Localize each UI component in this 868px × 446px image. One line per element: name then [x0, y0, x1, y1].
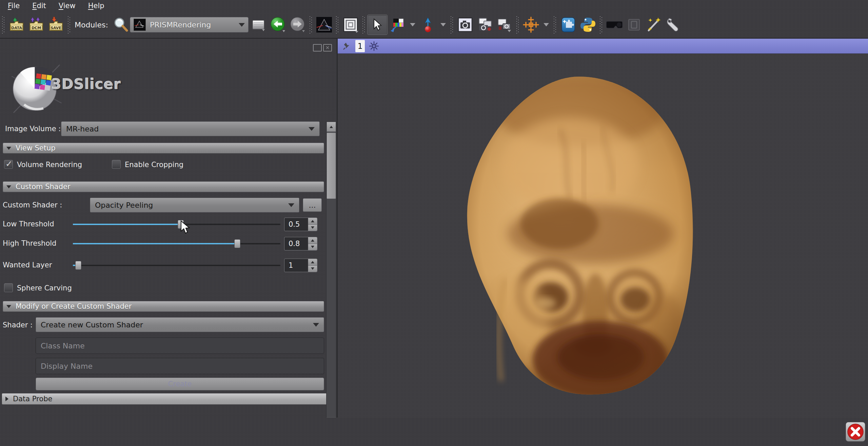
module-panel: ✕ 3DSlicer Image Volume : MR-head View S…	[0, 39, 338, 418]
wanted-layer-label: Wanted Layer	[3, 261, 52, 269]
shader-value: Create new Custom Shader	[41, 321, 143, 329]
python-console-button[interactable]	[578, 15, 598, 35]
low-threshold-slider[interactable]	[73, 224, 280, 225]
panel-undock-icon[interactable]	[313, 44, 322, 52]
close-application-button[interactable]	[846, 422, 865, 442]
section-title: Modify or Create Custom Shader	[16, 302, 132, 310]
section-view-setup[interactable]: View Setup	[3, 143, 324, 154]
crosshair-dropdown-icon[interactable]	[544, 23, 549, 26]
section-data-probe[interactable]: Data Probe	[2, 393, 335, 405]
screenshot-button[interactable]	[455, 15, 475, 35]
svg-text:SAVE: SAVE	[51, 26, 61, 30]
module-history-button[interactable]	[249, 15, 268, 35]
display-name-input[interactable]	[36, 358, 324, 374]
panel-scrollbar[interactable]	[326, 121, 336, 428]
render-view[interactable]	[338, 54, 868, 418]
window-level-button[interactable]	[388, 15, 407, 35]
shader-combo[interactable]: Create new Custom Shader	[36, 317, 324, 332]
shader-options-button[interactable]: ...	[303, 198, 322, 212]
spin-down-button[interactable]	[308, 265, 317, 272]
image-volume-label: Image Volume :	[5, 125, 61, 133]
prism-module-button[interactable]	[314, 15, 334, 35]
module-forward-button[interactable]	[288, 15, 308, 35]
chevron-down-icon	[288, 203, 294, 207]
module-search-button[interactable]	[112, 15, 130, 35]
toolbar-drag-handle[interactable]	[362, 16, 366, 34]
pin-icon[interactable]	[342, 42, 351, 50]
enable-cropping-checkbox[interactable]	[112, 160, 121, 169]
wanted-layer-slider[interactable]	[73, 265, 280, 266]
load-data-button[interactable]: DATA	[7, 15, 26, 35]
toolbar-drag-handle[interactable]	[450, 16, 454, 34]
toolbar-drag-handle[interactable]	[516, 16, 520, 34]
collapse-triangle-icon	[6, 185, 11, 188]
scroll-up-button[interactable]	[327, 122, 336, 132]
menu-edit[interactable]: Edit	[32, 2, 46, 10]
class-name-input[interactable]	[36, 338, 324, 354]
place-markups-dropdown-icon[interactable]	[440, 23, 446, 26]
scene-views-icon	[476, 16, 493, 33]
toolbar-drag-handle[interactable]	[67, 16, 71, 34]
module-back-button[interactable]	[268, 15, 288, 35]
shader-label: Shader :	[3, 321, 33, 329]
high-threshold-value[interactable]: 0.8	[284, 237, 308, 250]
application-settings-button[interactable]	[664, 15, 683, 35]
modules-label: Modules:	[75, 21, 108, 29]
slider-handle[interactable]	[75, 261, 81, 270]
scene-views-button[interactable]	[475, 15, 495, 35]
toolbar-drag-handle[interactable]	[309, 16, 313, 34]
menu-help[interactable]: Help	[88, 2, 104, 10]
sphere-carving-checkbox[interactable]	[4, 283, 13, 292]
wanted-layer-spinbox[interactable]: 1	[284, 259, 317, 272]
spin-up-button[interactable]	[308, 259, 317, 265]
save-data-button[interactable]: SAVE	[46, 15, 66, 35]
cursor-icon	[371, 18, 384, 32]
back-arrow-icon	[270, 16, 287, 33]
toolbar-drag-handle[interactable]	[335, 16, 339, 34]
menu-view[interactable]: View	[59, 2, 76, 10]
slider-fill	[73, 265, 75, 266]
window-level-dropdown-icon[interactable]	[410, 23, 415, 26]
toolbar-drag-handle[interactable]	[1, 16, 5, 34]
extension-wizard-button[interactable]	[644, 15, 664, 35]
toolbar-drag-handle[interactable]	[599, 16, 603, 34]
slider-handle[interactable]	[234, 239, 240, 248]
volume-rendered-head	[458, 75, 700, 395]
image-volume-combo[interactable]: MR-head	[61, 121, 320, 136]
virtual-reality-icon	[606, 16, 623, 34]
low-threshold-value[interactable]: 0.5	[284, 218, 308, 231]
threed-viewport[interactable]: 1	[338, 39, 868, 418]
crosshair-button[interactable]	[521, 15, 541, 35]
layout-selector-button[interactable]	[341, 15, 360, 35]
app-title: 3DSlicer	[52, 76, 121, 93]
section-modify-shader[interactable]: Modify or Create Custom Shader	[3, 301, 324, 312]
view-controls-button[interactable]	[624, 15, 644, 35]
module-selector-combo[interactable]: PRISMRendering	[130, 17, 249, 33]
wanted-layer-value[interactable]: 1	[284, 259, 308, 272]
low-threshold-spinbox[interactable]: 0.5	[284, 218, 317, 231]
volume-rendering-checkbox[interactable]	[4, 160, 13, 169]
high-threshold-spinbox[interactable]: 0.8	[284, 237, 317, 250]
section-custom-shader[interactable]: Custom Shader	[3, 181, 324, 192]
capture-view-button[interactable]	[495, 15, 514, 35]
panel-close-icon[interactable]: ✕	[323, 44, 332, 52]
spin-down-button[interactable]	[308, 244, 317, 250]
toolbar-drag-handle[interactable]	[553, 16, 557, 34]
high-threshold-slider[interactable]	[73, 243, 280, 244]
scrollbar-thumb[interactable]	[327, 133, 336, 199]
image-volume-value: MR-head	[66, 125, 99, 133]
spin-up-button[interactable]	[308, 218, 317, 224]
custom-shader-combo[interactable]: Opacity Peeling	[90, 198, 299, 212]
view-settings-icon[interactable]	[369, 41, 379, 51]
mouse-interaction-button[interactable]	[367, 15, 388, 35]
spin-down-button[interactable]	[308, 224, 317, 231]
prism-module-thumbnail	[134, 19, 146, 31]
spin-up-button[interactable]	[308, 237, 317, 244]
create-button[interactable]: Create	[36, 378, 324, 390]
virtual-reality-button[interactable]	[605, 15, 624, 35]
place-markups-button[interactable]	[418, 15, 438, 35]
load-dicom-button[interactable]: DCM	[26, 15, 46, 35]
chevron-down-icon	[309, 127, 315, 131]
menu-file[interactable]: File	[8, 2, 20, 10]
install-extensions-button[interactable]	[558, 15, 578, 35]
